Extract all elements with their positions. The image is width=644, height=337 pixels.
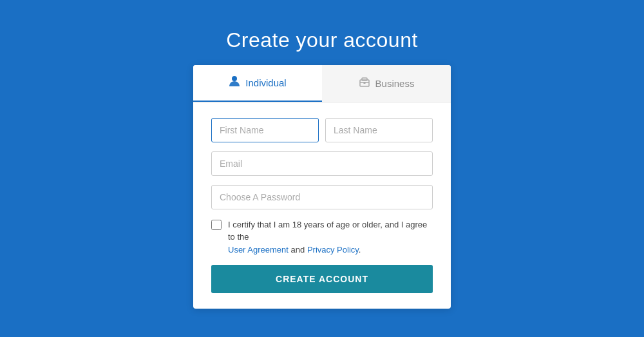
form-body: I certify that I am 18 years of age or o… bbox=[193, 102, 451, 309]
svg-rect-2 bbox=[362, 78, 367, 81]
email-input[interactable] bbox=[211, 151, 433, 176]
last-name-input[interactable] bbox=[325, 118, 433, 142]
tab-individual[interactable]: Individual bbox=[193, 65, 322, 102]
agreement-checkbox[interactable] bbox=[211, 220, 222, 230]
create-account-button[interactable]: CREATE ACCOUNT bbox=[211, 265, 433, 293]
password-input[interactable] bbox=[211, 185, 433, 209]
tab-business-label: Business bbox=[375, 78, 415, 89]
name-row bbox=[211, 118, 433, 142]
tab-bar: Individual Business bbox=[193, 65, 451, 102]
tab-individual-label: Individual bbox=[245, 77, 286, 88]
user-agreement-link[interactable]: User Agreement bbox=[228, 245, 289, 255]
agreement-text: I certify that I am 18 years of age or o… bbox=[228, 218, 433, 256]
business-icon bbox=[359, 76, 370, 91]
svg-point-0 bbox=[232, 76, 237, 81]
tab-business[interactable]: Business bbox=[322, 65, 451, 102]
privacy-policy-link[interactable]: Privacy Policy bbox=[307, 245, 359, 255]
agreement-row: I certify that I am 18 years of age or o… bbox=[211, 218, 433, 256]
person-icon bbox=[229, 75, 240, 90]
svg-rect-4 bbox=[363, 82, 365, 84]
first-name-input[interactable] bbox=[211, 118, 319, 142]
page-title: Create your account bbox=[226, 28, 418, 52]
signup-card: Individual Business I certify th bbox=[193, 65, 451, 309]
